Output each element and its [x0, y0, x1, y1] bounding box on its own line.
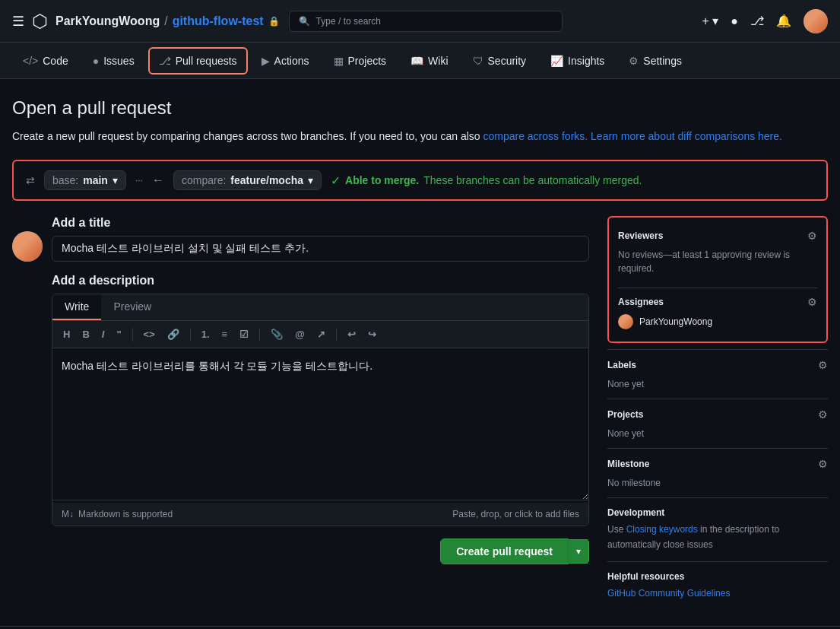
nav-issues[interactable]: ● Issues	[82, 47, 145, 75]
wiki-nav-icon: 📖	[410, 55, 423, 67]
nav-security[interactable]: 🛡 Security	[462, 47, 537, 75]
task-list-button[interactable]: ☑	[235, 326, 253, 343]
milestone-section: Milestone ⚙ No milestone	[607, 448, 828, 497]
topnav-left: ☰ ⬡ ParkYoungWoong / github-flow-test 🔒	[12, 11, 280, 32]
check-icon: ✓	[331, 173, 341, 188]
create-btn-row: Create pull request ▾	[52, 538, 589, 564]
editor-toolbar: H B I " <> 🔗 1. ≡ ☑ 📎	[52, 321, 588, 348]
toolbar-separator-4	[336, 328, 337, 342]
markdown-text: Markdown is supported	[78, 509, 173, 519]
issues-icon[interactable]: ●	[731, 14, 738, 28]
attach-button[interactable]: 📎	[266, 326, 287, 343]
labels-gear-icon[interactable]: ⚙	[818, 359, 828, 371]
description-textarea[interactable]: Mocha 테스트 라이브러리를 통해서 각 모듈 기능을 테스트합니다.	[52, 348, 588, 500]
bottom-bar: ℹ Remember, contributions to this reposi…	[0, 626, 840, 629]
title-input[interactable]	[52, 236, 589, 262]
assignees-title: Assignees	[618, 297, 664, 307]
github-logo[interactable]: ⬡	[32, 11, 48, 32]
nav-insights[interactable]: 📈 Insights	[540, 47, 615, 75]
milestone-header: Milestone ⚙	[607, 458, 828, 470]
base-value: main	[83, 174, 108, 186]
avatar-image	[804, 9, 828, 33]
merge-status-text: These branches can be automatically merg…	[423, 174, 642, 186]
preview-tab[interactable]: Preview	[101, 294, 163, 320]
repo-navigation: </> Code ● Issues ⎇ Pull requests ▶ Acti…	[0, 43, 840, 79]
labels-value: None yet	[607, 379, 644, 389]
breadcrumb: ParkYoungWoong / github-flow-test 🔒	[55, 14, 280, 28]
inbox-icon[interactable]: 🔔	[776, 14, 791, 28]
bold-button[interactable]: B	[78, 326, 94, 343]
form-inner: Add a title Add a description Write Prev…	[52, 216, 589, 564]
nav-settings-label: Settings	[643, 55, 682, 67]
compare-value: feature/mocha	[230, 174, 303, 186]
create-pull-request-dropdown[interactable]: ▾	[569, 539, 589, 564]
milestone-title: Milestone	[607, 459, 649, 469]
projects-nav-icon: ▦	[334, 55, 344, 67]
topnav-right: + ▾ ● ⎇ 🔔	[702, 9, 828, 33]
nav-pullrequests[interactable]: ⎇ Pull requests	[148, 47, 248, 75]
labels-section: Labels ⚙ None yet	[607, 349, 828, 399]
create-pull-request-button[interactable]: Create pull request	[440, 538, 569, 564]
write-tab[interactable]: Write	[52, 294, 101, 320]
heading-button[interactable]: H	[59, 326, 74, 343]
compare-label: compare:	[182, 174, 226, 186]
mention-button[interactable]: @	[290, 326, 309, 343]
plus-button[interactable]: + ▾	[702, 14, 719, 28]
ordered-list-button[interactable]: 1.	[197, 326, 214, 343]
user-link[interactable]: ParkYoungWoong	[55, 14, 160, 28]
quote-button[interactable]: "	[112, 326, 125, 343]
insights-nav-icon: 📈	[550, 55, 563, 67]
nav-settings[interactable]: ⚙ Settings	[618, 47, 693, 75]
link-button[interactable]: 🔗	[163, 326, 184, 343]
nav-actions-label: Actions	[274, 55, 309, 67]
nav-wiki[interactable]: 📖 Wiki	[400, 47, 458, 75]
avatar[interactable]	[804, 9, 828, 33]
nav-code[interactable]: </> Code	[12, 47, 79, 75]
create-pull-request-button-group: Create pull request ▾	[440, 538, 589, 564]
top-navigation: ☰ ⬡ ParkYoungWoong / github-flow-test 🔒 …	[0, 0, 840, 43]
helpful-link[interactable]: GitHub Community Guidelines	[607, 588, 730, 599]
code-button[interactable]: <>	[139, 326, 160, 343]
reviewers-title: Reviewers	[618, 230, 663, 241]
pr-nav-icon: ⎇	[159, 55, 171, 67]
closing-keywords-link[interactable]: Closing keywords	[626, 524, 698, 535]
nav-actions[interactable]: ▶ Actions	[251, 47, 320, 75]
user-avatar	[12, 231, 43, 262]
base-dropdown-icon: ▾	[113, 174, 118, 186]
labels-title: Labels	[607, 360, 636, 370]
nav-projects[interactable]: ▦ Projects	[323, 47, 398, 75]
repo-link[interactable]: github-flow-test	[173, 14, 264, 28]
unordered-list-button[interactable]: ≡	[217, 326, 233, 343]
main-content: Open a pull request Create a new pull re…	[0, 79, 840, 626]
editor-tabs: Write Preview	[52, 294, 588, 321]
nav-security-label: Security	[488, 55, 527, 67]
assignees-gear-icon[interactable]: ⚙	[807, 296, 817, 308]
undo-button[interactable]: ↩	[343, 326, 360, 343]
compare-forks-link[interactable]: compare across forks.	[483, 130, 588, 142]
projects-gear-icon[interactable]: ⚙	[818, 408, 828, 421]
arrow-left-icon: ←	[152, 173, 164, 187]
search-bar[interactable]: 🔍 Type / to search	[289, 11, 563, 32]
reviewers-note: No reviews—at least 1 approving review i…	[618, 248, 817, 275]
pullrequest-icon[interactable]: ⎇	[750, 14, 764, 28]
issues-nav-icon: ●	[93, 55, 99, 67]
nav-issues-label: Issues	[103, 55, 134, 67]
file-upload-area[interactable]: Paste, drop, or click to add files	[452, 509, 579, 519]
projects-value: None yet	[607, 428, 644, 439]
compare-branch-select[interactable]: compare: feature/mocha ▾	[173, 170, 322, 190]
learn-more-link[interactable]: Learn more about diff comparisons here.	[591, 130, 782, 142]
able-to-merge-text: Able to merge.	[345, 174, 419, 186]
reviewers-assignees-highlight: Reviewers ⚙ No reviews—at least 1 approv…	[607, 216, 828, 343]
page-title: Open a pull request	[12, 97, 828, 119]
hamburger-icon[interactable]: ☰	[12, 13, 24, 30]
title-label: Add a title	[52, 216, 589, 230]
cross-ref-button[interactable]: ↗	[312, 326, 330, 343]
toolbar-separator-2	[190, 328, 191, 342]
milestone-gear-icon[interactable]: ⚙	[818, 458, 828, 470]
base-branch-select[interactable]: base: main ▾	[44, 170, 126, 190]
redo-button[interactable]: ↪	[363, 326, 381, 343]
nav-pullrequests-label: Pull requests	[176, 55, 237, 67]
assignee-row: ParkYoungWoong	[618, 314, 817, 329]
reviewers-gear-icon[interactable]: ⚙	[807, 230, 817, 242]
italic-button[interactable]: I	[97, 326, 109, 343]
